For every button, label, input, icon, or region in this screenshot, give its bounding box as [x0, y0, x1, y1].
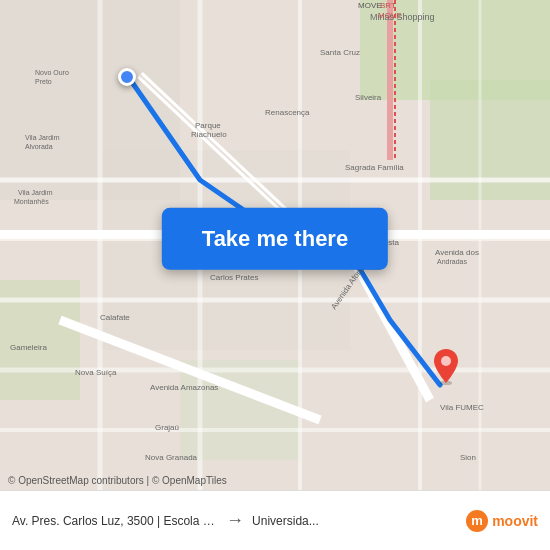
svg-text:Parque: Parque	[195, 121, 221, 130]
svg-text:Sion: Sion	[460, 453, 476, 462]
svg-text:Calafate: Calafate	[100, 313, 130, 322]
svg-text:Gameleira: Gameleira	[10, 343, 47, 352]
destination-marker	[432, 349, 460, 385]
bottom-bar: Av. Pres. Carlos Luz, 3500 | Escola De..…	[0, 490, 550, 550]
moovit-logo: m moovit	[466, 510, 538, 532]
svg-text:Nova Suíça: Nova Suíça	[75, 368, 117, 377]
svg-text:MOVE: MOVE	[358, 1, 382, 10]
svg-text:Grajaú: Grajaú	[155, 423, 179, 432]
svg-text:Santa Cruz: Santa Cruz	[320, 48, 360, 57]
svg-text:Preto: Preto	[35, 78, 52, 85]
route-to-label: Universida...	[252, 514, 458, 528]
svg-text:Nova Granada: Nova Granada	[145, 453, 198, 462]
svg-text:Avenida dos: Avenida dos	[435, 248, 479, 257]
map-container: Minas Shopping Santa Cruz Novo Ouro Pret…	[0, 0, 550, 490]
svg-text:Riachuelo: Riachuelo	[191, 130, 227, 139]
svg-text:Novo Ouro: Novo Ouro	[35, 69, 69, 76]
moovit-brand-name: moovit	[492, 513, 538, 529]
moovit-logo-icon: m	[466, 510, 488, 532]
svg-text:Vila FUMEC: Vila FUMEC	[440, 403, 484, 412]
svg-text:Montanhês: Montanhês	[14, 198, 49, 205]
svg-text:Andradas: Andradas	[437, 258, 467, 265]
take-me-there-button[interactable]: Take me there	[162, 208, 388, 270]
current-location-marker	[118, 68, 136, 86]
svg-point-57	[441, 356, 451, 366]
svg-text:MOVE: MOVE	[378, 11, 402, 20]
svg-text:Vila Jardim: Vila Jardim	[25, 134, 60, 141]
svg-text:Carlos Prates: Carlos Prates	[210, 273, 258, 282]
route-from-label: Av. Pres. Carlos Luz, 3500 | Escola De..…	[12, 514, 218, 528]
svg-text:Silveira: Silveira	[355, 93, 382, 102]
svg-text:Sagrada Família: Sagrada Família	[345, 163, 404, 172]
map-copyright: © OpenStreetMap contributors | © OpenMap…	[8, 475, 227, 486]
svg-text:Avenida Amazonas: Avenida Amazonas	[150, 383, 218, 392]
svg-text:BRT: BRT	[380, 1, 396, 10]
svg-text:Vila Jardim: Vila Jardim	[18, 189, 53, 196]
arrow-icon: →	[226, 510, 244, 531]
svg-text:Renascença: Renascença	[265, 108, 310, 117]
svg-text:Alvorada: Alvorada	[25, 143, 53, 150]
